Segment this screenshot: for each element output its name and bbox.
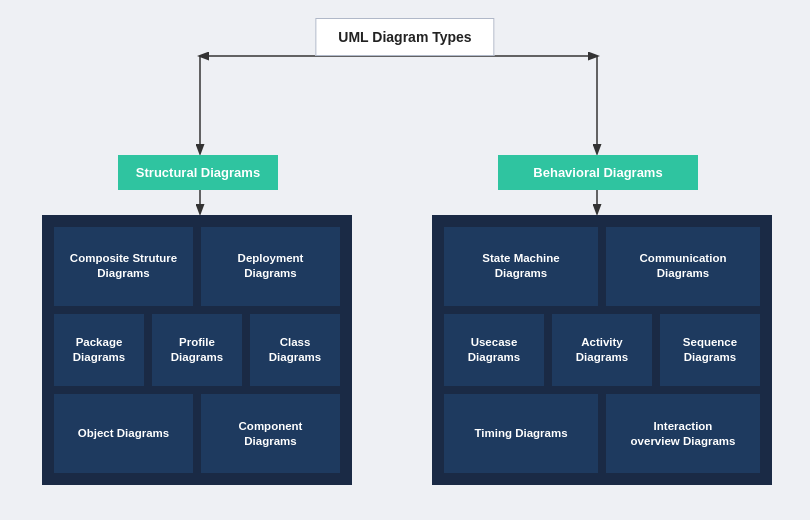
root-node: UML Diagram Types — [315, 18, 494, 56]
root-label: UML Diagram Types — [338, 29, 471, 45]
usecase-cell: Usecase Diagrams — [444, 314, 544, 387]
communication-cell: Communication Diagrams — [606, 227, 760, 306]
timing-cell: Timing Diagrams — [444, 394, 598, 473]
deployment-cell: Deployment Diagrams — [201, 227, 340, 306]
diagram-container: UML Diagram Types Structural Diagrams Be… — [0, 0, 810, 520]
class-cell: Class Diagrams — [250, 314, 340, 387]
activity-cell: Activity Diagrams — [552, 314, 652, 387]
composite-cell: Composite Struture Diagrams — [54, 227, 193, 306]
structural-label: Structural Diagrams — [118, 155, 278, 190]
state-machine-cell: State Machine Diagrams — [444, 227, 598, 306]
object-cell: Object Diagrams — [54, 394, 193, 473]
behavioral-label: Behavioral Diagrams — [498, 155, 698, 190]
structural-box: Composite Struture Diagrams Deployment D… — [42, 215, 352, 485]
profile-cell: Profile Diagrams — [152, 314, 242, 387]
behavioral-box: State Machine Diagrams Communication Dia… — [432, 215, 772, 485]
component-cell: Component Diagrams — [201, 394, 340, 473]
sequence-cell: Sequence Diagrams — [660, 314, 760, 387]
package-cell: Package Diagrams — [54, 314, 144, 387]
interaction-cell: Interaction overview Diagrams — [606, 394, 760, 473]
